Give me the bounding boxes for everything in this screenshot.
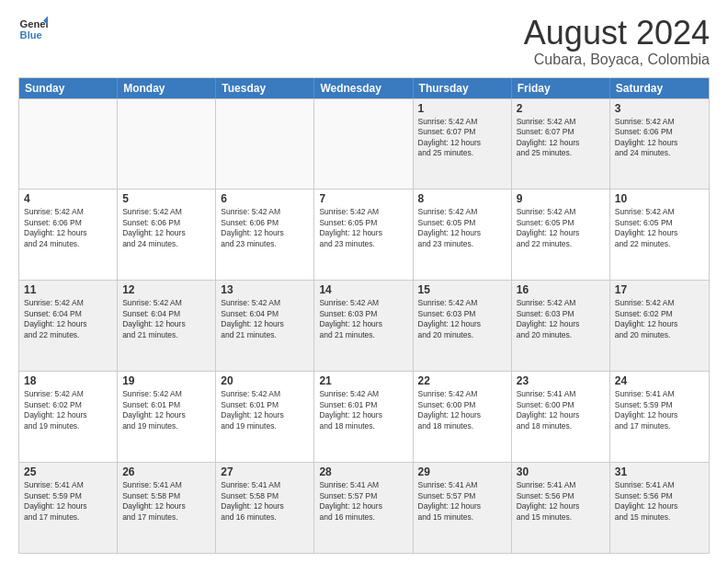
day-number: 6 <box>221 192 309 205</box>
cell-info: Sunrise: 5:42 AM Sunset: 6:03 PM Dayligh… <box>418 298 506 340</box>
calendar-cell-6: 6Sunrise: 5:42 AM Sunset: 6:06 PM Daylig… <box>216 190 314 280</box>
calendar-cell-16: 16Sunrise: 5:42 AM Sunset: 6:03 PM Dayli… <box>512 281 610 371</box>
calendar-week-4: 18Sunrise: 5:42 AM Sunset: 6:02 PM Dayli… <box>19 371 709 462</box>
day-number: 24 <box>615 374 704 387</box>
header-day-friday: Friday <box>512 78 610 98</box>
day-number: 11 <box>24 283 112 296</box>
day-number: 18 <box>24 374 112 387</box>
title-block: August 2024 Cubara, Boyaca, Colombia <box>524 15 710 68</box>
calendar-cell-empty-1 <box>118 99 216 190</box>
header-day-monday: Monday <box>118 78 216 98</box>
cell-info: Sunrise: 5:41 AM Sunset: 5:57 PM Dayligh… <box>418 480 506 523</box>
cell-info: Sunrise: 5:41 AM Sunset: 5:59 PM Dayligh… <box>615 389 704 431</box>
calendar-cell-18: 18Sunrise: 5:42 AM Sunset: 6:02 PM Dayli… <box>19 372 118 462</box>
day-number: 30 <box>517 465 605 478</box>
calendar-cell-5: 5Sunrise: 5:42 AM Sunset: 6:06 PM Daylig… <box>118 190 216 280</box>
calendar-cell-10: 10Sunrise: 5:42 AM Sunset: 6:05 PM Dayli… <box>610 190 709 280</box>
calendar-cell-29: 29Sunrise: 5:41 AM Sunset: 5:57 PM Dayli… <box>414 463 512 553</box>
calendar-cell-11: 11Sunrise: 5:42 AM Sunset: 6:04 PM Dayli… <box>19 281 118 371</box>
calendar-cell-22: 22Sunrise: 5:42 AM Sunset: 6:00 PM Dayli… <box>414 372 512 462</box>
cell-info: Sunrise: 5:41 AM Sunset: 5:56 PM Dayligh… <box>615 480 704 523</box>
calendar-cell-8: 8Sunrise: 5:42 AM Sunset: 6:05 PM Daylig… <box>414 190 512 280</box>
calendar-cell-13: 13Sunrise: 5:42 AM Sunset: 6:04 PM Dayli… <box>216 281 314 371</box>
cell-info: Sunrise: 5:41 AM Sunset: 5:58 PM Dayligh… <box>122 480 210 523</box>
calendar-cell-28: 28Sunrise: 5:41 AM Sunset: 5:57 PM Dayli… <box>314 463 413 553</box>
day-number: 4 <box>24 192 112 205</box>
day-number: 22 <box>418 374 506 387</box>
day-number: 25 <box>24 465 112 478</box>
calendar-cell-21: 21Sunrise: 5:42 AM Sunset: 6:01 PM Dayli… <box>314 372 413 462</box>
day-number: 13 <box>221 283 309 296</box>
cell-info: Sunrise: 5:41 AM Sunset: 6:00 PM Dayligh… <box>517 389 605 431</box>
calendar-cell-25: 25Sunrise: 5:41 AM Sunset: 5:59 PM Dayli… <box>19 463 118 553</box>
calendar-cell-empty-2 <box>216 99 314 190</box>
calendar-cell-23: 23Sunrise: 5:41 AM Sunset: 6:00 PM Dayli… <box>512 372 610 462</box>
calendar-cell-3: 3Sunrise: 5:42 AM Sunset: 6:06 PM Daylig… <box>610 99 709 190</box>
header-day-sunday: Sunday <box>19 78 118 98</box>
calendar-body: 1Sunrise: 5:42 AM Sunset: 6:07 PM Daylig… <box>19 98 709 553</box>
cell-info: Sunrise: 5:42 AM Sunset: 6:05 PM Dayligh… <box>517 207 605 249</box>
calendar-week-5: 25Sunrise: 5:41 AM Sunset: 5:59 PM Dayli… <box>19 462 709 553</box>
calendar-cell-12: 12Sunrise: 5:42 AM Sunset: 6:04 PM Dayli… <box>118 281 216 371</box>
calendar-cell-19: 19Sunrise: 5:42 AM Sunset: 6:01 PM Dayli… <box>118 372 216 462</box>
logo-icon: General Blue <box>18 15 48 44</box>
cell-info: Sunrise: 5:42 AM Sunset: 6:02 PM Dayligh… <box>615 298 704 340</box>
day-number: 21 <box>319 374 407 387</box>
cell-info: Sunrise: 5:42 AM Sunset: 6:02 PM Dayligh… <box>24 389 112 431</box>
day-number: 26 <box>122 465 210 478</box>
calendar-cell-15: 15Sunrise: 5:42 AM Sunset: 6:03 PM Dayli… <box>414 281 512 371</box>
day-number: 20 <box>221 374 309 387</box>
cell-info: Sunrise: 5:42 AM Sunset: 6:01 PM Dayligh… <box>221 389 309 431</box>
header: General Blue August 2024 Cubara, Boyaca,… <box>18 15 710 68</box>
calendar-cell-30: 30Sunrise: 5:41 AM Sunset: 5:56 PM Dayli… <box>512 463 610 553</box>
header-day-tuesday: Tuesday <box>216 78 314 98</box>
cell-info: Sunrise: 5:41 AM Sunset: 5:58 PM Dayligh… <box>221 480 309 523</box>
header-day-saturday: Saturday <box>610 78 709 98</box>
cell-info: Sunrise: 5:42 AM Sunset: 6:06 PM Dayligh… <box>122 207 210 249</box>
cell-info: Sunrise: 5:42 AM Sunset: 6:07 PM Dayligh… <box>517 117 605 159</box>
calendar-cell-14: 14Sunrise: 5:42 AM Sunset: 6:03 PM Dayli… <box>314 281 413 371</box>
day-number: 15 <box>418 283 506 296</box>
calendar-cell-1: 1Sunrise: 5:42 AM Sunset: 6:07 PM Daylig… <box>414 99 512 190</box>
day-number: 3 <box>615 102 704 115</box>
calendar-week-3: 11Sunrise: 5:42 AM Sunset: 6:04 PM Dayli… <box>19 280 709 371</box>
cell-info: Sunrise: 5:42 AM Sunset: 6:03 PM Dayligh… <box>517 298 605 340</box>
calendar-cell-empty-0 <box>19 99 118 190</box>
cell-info: Sunrise: 5:42 AM Sunset: 6:06 PM Dayligh… <box>24 207 112 249</box>
cell-info: Sunrise: 5:42 AM Sunset: 6:07 PM Dayligh… <box>418 117 506 159</box>
location-subtitle: Cubara, Boyaca, Colombia <box>524 52 710 68</box>
day-number: 29 <box>418 465 506 478</box>
day-number: 14 <box>319 283 407 296</box>
calendar: SundayMondayTuesdayWednesdayThursdayFrid… <box>18 77 710 554</box>
day-number: 1 <box>418 102 506 115</box>
calendar-cell-7: 7Sunrise: 5:42 AM Sunset: 6:05 PM Daylig… <box>314 190 413 280</box>
day-number: 8 <box>418 192 506 205</box>
logo: General Blue <box>18 15 48 44</box>
day-number: 17 <box>615 283 704 296</box>
calendar-cell-empty-3 <box>314 99 413 190</box>
svg-text:Blue: Blue <box>20 29 42 40</box>
cell-info: Sunrise: 5:42 AM Sunset: 6:05 PM Dayligh… <box>418 207 506 249</box>
day-number: 9 <box>517 192 605 205</box>
calendar-week-1: 1Sunrise: 5:42 AM Sunset: 6:07 PM Daylig… <box>19 98 709 190</box>
header-day-wednesday: Wednesday <box>314 78 413 98</box>
calendar-cell-4: 4Sunrise: 5:42 AM Sunset: 6:06 PM Daylig… <box>19 190 118 280</box>
cell-info: Sunrise: 5:42 AM Sunset: 6:05 PM Dayligh… <box>319 207 407 249</box>
header-day-thursday: Thursday <box>414 78 512 98</box>
cell-info: Sunrise: 5:42 AM Sunset: 6:04 PM Dayligh… <box>24 298 112 340</box>
cell-info: Sunrise: 5:42 AM Sunset: 6:05 PM Dayligh… <box>615 207 704 249</box>
page: General Blue August 2024 Cubara, Boyaca,… <box>0 0 728 563</box>
cell-info: Sunrise: 5:42 AM Sunset: 6:01 PM Dayligh… <box>122 389 210 431</box>
cell-info: Sunrise: 5:42 AM Sunset: 6:03 PM Dayligh… <box>319 298 407 340</box>
day-number: 10 <box>615 192 704 205</box>
day-number: 12 <box>122 283 210 296</box>
cell-info: Sunrise: 5:42 AM Sunset: 6:06 PM Dayligh… <box>221 207 309 249</box>
calendar-cell-27: 27Sunrise: 5:41 AM Sunset: 5:58 PM Dayli… <box>216 463 314 553</box>
cell-info: Sunrise: 5:42 AM Sunset: 6:00 PM Dayligh… <box>418 389 506 431</box>
cell-info: Sunrise: 5:41 AM Sunset: 5:57 PM Dayligh… <box>319 480 407 523</box>
day-number: 7 <box>319 192 407 205</box>
cell-info: Sunrise: 5:42 AM Sunset: 6:04 PM Dayligh… <box>122 298 210 340</box>
day-number: 16 <box>517 283 605 296</box>
calendar-cell-24: 24Sunrise: 5:41 AM Sunset: 5:59 PM Dayli… <box>610 372 709 462</box>
day-number: 2 <box>517 102 605 115</box>
